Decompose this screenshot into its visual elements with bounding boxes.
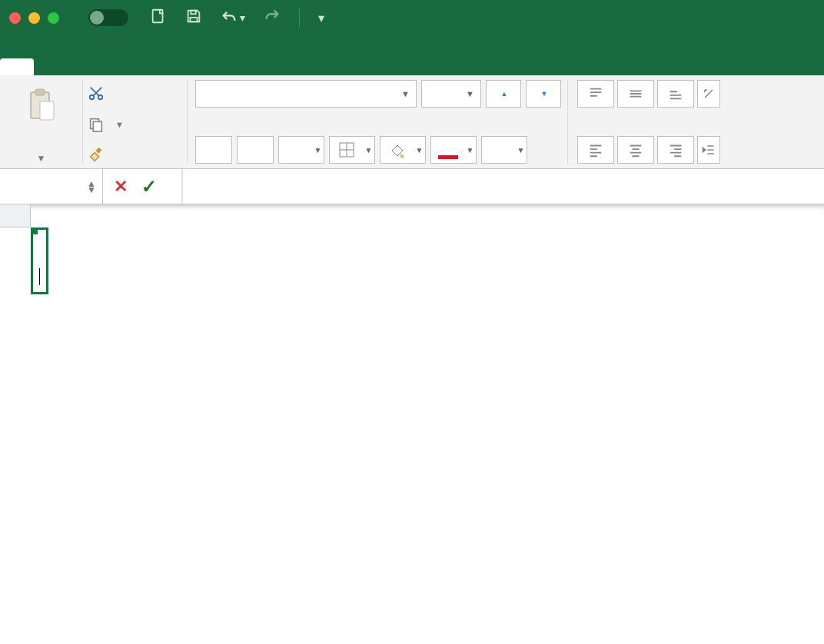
close-window-button[interactable] xyxy=(9,12,21,24)
confirm-edit-button[interactable]: ✓ xyxy=(141,176,157,198)
ribbon-tabs xyxy=(0,35,824,75)
titlebar: ▾ ▾ xyxy=(0,0,824,35)
formula-buttons: ✕ ✓ xyxy=(103,169,182,204)
name-box[interactable]: ▲▼ xyxy=(0,169,103,204)
tab-home[interactable] xyxy=(0,58,34,75)
active-cell[interactable] xyxy=(31,227,48,294)
svg-rect-4 xyxy=(35,89,45,95)
undo-icon[interactable]: ▾ xyxy=(221,9,245,26)
indent-button[interactable] xyxy=(697,136,720,164)
formula-input[interactable] xyxy=(182,169,824,204)
quick-access-toolbar: ▾ ▾ xyxy=(150,8,324,28)
save-icon[interactable] xyxy=(185,8,202,28)
svg-rect-9 xyxy=(93,121,101,131)
fill-dropdown-icon[interactable]: ▼ xyxy=(414,136,426,164)
maximize-window-button[interactable] xyxy=(48,12,59,24)
font-size-select[interactable]: ▼ xyxy=(421,80,481,108)
svg-rect-5 xyxy=(40,101,54,120)
ribbon: ▼ ▼ ▼ ▼ ▲ ▼ xyxy=(0,75,824,169)
underline-button[interactable]: ▼ xyxy=(278,136,324,164)
grid-shadow xyxy=(0,204,824,214)
up-triangle-icon: ▲ xyxy=(501,90,508,98)
tab-insert[interactable] xyxy=(34,58,68,75)
format-painter-button[interactable] xyxy=(88,147,181,164)
tab-data[interactable] xyxy=(135,58,169,75)
alignment-group xyxy=(573,80,726,164)
down-triangle-icon: ▼ xyxy=(87,187,96,193)
font-name-select[interactable]: ▼ xyxy=(195,80,417,108)
fill-handle[interactable] xyxy=(31,227,38,234)
underline-dropdown-icon[interactable]: ▼ xyxy=(312,136,324,164)
font-group: ▼ ▼ ▲ ▼ ▼ ▼ ▼ ▼ xyxy=(192,80,568,164)
redo-icon[interactable] xyxy=(264,8,281,28)
new-file-icon[interactable] xyxy=(150,8,167,28)
shrink-font-button[interactable]: ▼ xyxy=(526,80,561,108)
tab-page-layout[interactable] xyxy=(68,58,101,75)
align-right-button[interactable] xyxy=(657,136,694,164)
namebox-spinner[interactable]: ▲▼ xyxy=(87,181,96,193)
italic-button[interactable] xyxy=(237,136,274,164)
cancel-edit-button[interactable]: ✕ xyxy=(114,177,128,197)
cut-button[interactable] xyxy=(88,85,181,101)
autosave-switch[interactable] xyxy=(88,9,128,26)
window-controls xyxy=(9,12,59,24)
undo-dropdown-icon[interactable]: ▾ xyxy=(240,12,245,24)
worksheet-grid[interactable] xyxy=(0,204,824,644)
align-middle-button[interactable] xyxy=(617,80,654,108)
copy-dropdown-icon[interactable]: ▼ xyxy=(115,120,124,129)
select-all-corner[interactable] xyxy=(0,204,31,227)
qat-separator xyxy=(299,8,300,27)
qat-customize-icon[interactable]: ▾ xyxy=(318,11,324,25)
text-cursor xyxy=(39,268,40,285)
svg-rect-2 xyxy=(191,11,195,15)
chevron-down-icon: ▼ xyxy=(466,89,474,98)
align-center-button[interactable] xyxy=(617,136,654,164)
font-color-swatch xyxy=(438,155,458,159)
svg-rect-1 xyxy=(190,18,197,22)
fill-color-button[interactable]: ▼ xyxy=(380,136,426,164)
phonetic-dropdown-icon[interactable]: ▼ xyxy=(515,136,527,164)
toggle-knob xyxy=(90,11,104,25)
grow-font-button[interactable]: ▲ xyxy=(486,80,521,108)
formula-bar: ▲▼ ✕ ✓ xyxy=(0,169,824,204)
paste-button[interactable] xyxy=(18,80,65,131)
paste-dropdown-icon[interactable]: ▼ xyxy=(37,153,46,164)
minimize-window-button[interactable] xyxy=(28,12,40,24)
align-left-button[interactable] xyxy=(577,136,614,164)
tab-formulas[interactable] xyxy=(101,58,135,75)
paste-group: ▼ xyxy=(6,80,83,164)
bold-button[interactable] xyxy=(195,136,232,164)
phonetic-button[interactable]: ▼ xyxy=(481,136,527,164)
chevron-down-icon: ▼ xyxy=(401,89,410,98)
svg-rect-0 xyxy=(153,10,163,23)
tab-view[interactable] xyxy=(203,58,237,75)
align-bottom-button[interactable] xyxy=(657,80,694,108)
copy-button[interactable]: ▼ xyxy=(88,116,181,133)
align-top-button[interactable] xyxy=(577,80,614,108)
border-button[interactable]: ▼ xyxy=(329,136,375,164)
font-color-button[interactable]: ▼ xyxy=(430,136,477,164)
tab-review[interactable] xyxy=(169,58,203,75)
font-color-dropdown-icon[interactable]: ▼ xyxy=(464,136,477,164)
clipboard-group: ▼ xyxy=(88,80,188,164)
down-triangle-icon: ▼ xyxy=(541,90,548,98)
orientation-button[interactable] xyxy=(697,80,720,108)
border-dropdown-icon[interactable]: ▼ xyxy=(363,136,375,164)
autosave-toggle[interactable] xyxy=(82,9,128,26)
